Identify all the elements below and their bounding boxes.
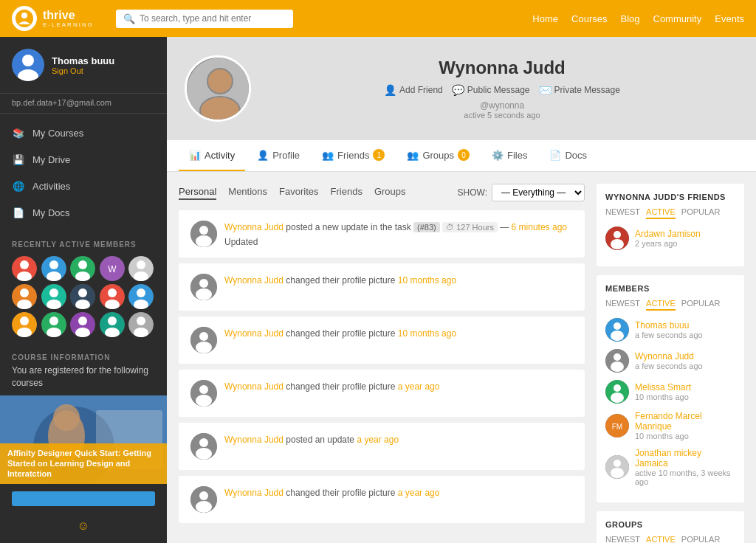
activity-text: Wynonna Judd changed their profile pictu… <box>224 327 573 340</box>
show-label: SHOW: <box>458 187 487 198</box>
time-link[interactable]: 6 minutes ago <box>512 222 567 232</box>
time-link[interactable]: 10 months ago <box>398 328 456 339</box>
activity-user-link[interactable]: Wynonna Judd <box>224 435 284 445</box>
friends-tab-newest[interactable]: NEWEST <box>605 207 640 219</box>
friends-section: WYNONNA JUDD'S FRIENDS NEWEST ACTIVE POP… <box>597 184 744 266</box>
time-link[interactable]: a year ago <box>357 435 399 445</box>
member-thumb[interactable] <box>70 256 95 281</box>
tab-profile[interactable]: 👤 Profile <box>247 141 310 171</box>
logo-brand: thrive <box>43 10 94 21</box>
doc-icon: 📄 <box>12 206 25 219</box>
member-thumb[interactable] <box>100 312 125 337</box>
sub-tab-favorites[interactable]: Favorites <box>279 186 318 200</box>
friends-tab-active[interactable]: ACTIVE <box>646 207 676 219</box>
sidebar-item-activities[interactable]: 🌐 Activities <box>0 173 167 199</box>
nav-home[interactable]: Home <box>532 13 558 24</box>
groups-tab-popular[interactable]: POPULAR <box>681 535 721 543</box>
public-message-btn[interactable]: 💬 Public Message <box>452 84 530 96</box>
member-thumb[interactable] <box>70 312 95 337</box>
svg-point-3 <box>22 55 34 66</box>
groups-tab-newest[interactable]: NEWEST <box>605 535 640 543</box>
member-thumb[interactable] <box>41 312 66 337</box>
sidebar-item-my-drive[interactable]: 💾 My Drive <box>0 146 167 173</box>
svg-point-69 <box>199 385 208 394</box>
svg-point-85 <box>611 362 624 372</box>
member-time: 10 months ago <box>635 392 691 401</box>
member-name[interactable]: Wynonna Judd <box>635 351 703 362</box>
sign-out-link[interactable]: Sign Out <box>52 66 114 75</box>
sidebar-item-my-courses[interactable]: 📚 My Courses <box>0 120 167 146</box>
sidebar-item-label: My Courses <box>32 128 83 139</box>
activity-text: Wynonna Judd changed their profile pictu… <box>224 274 573 287</box>
activity-user-link[interactable]: Wynonna Judd <box>224 328 284 339</box>
tab-files[interactable]: ⚙️ Files <box>481 141 537 171</box>
member-thumb[interactable] <box>12 284 37 309</box>
friend-name[interactable]: Ardawn Jamison <box>635 229 701 239</box>
logo[interactable]: thrive E-LEARNING <box>12 6 109 31</box>
tab-friends[interactable]: 👥 Friends 1 <box>312 140 395 171</box>
member-thumb[interactable] <box>128 256 154 281</box>
sidebar-action-button[interactable] <box>12 491 155 506</box>
svg-point-64 <box>196 288 212 300</box>
member-name[interactable]: Jonathan mickey Jamaica <box>635 448 735 468</box>
nav-events[interactable]: Events <box>715 13 744 24</box>
member-thumb[interactable] <box>128 284 154 309</box>
sidebar-item-label: Activities <box>32 181 70 192</box>
activity-user-link[interactable]: Wynonna Judd <box>224 381 284 392</box>
member-thumb[interactable] <box>12 256 37 281</box>
activity-user-link[interactable]: Wynonna Judd <box>224 275 284 286</box>
time-link[interactable]: a year ago <box>398 488 440 498</box>
add-friend-btn[interactable]: 👤 Add Friend <box>384 84 443 96</box>
member-thumb[interactable] <box>12 312 37 337</box>
public-message-label: Public Message <box>467 85 530 95</box>
member-thumb[interactable] <box>41 284 66 309</box>
members-tab-popular[interactable]: POPULAR <box>681 299 721 311</box>
sub-tab-groups[interactable]: Groups <box>374 186 406 200</box>
member-name[interactable]: Thomas buuu <box>635 320 703 331</box>
tab-groups[interactable]: 👥 Groups 0 <box>396 140 480 171</box>
friend-avatar <box>605 226 629 250</box>
activity-text: Wynonna Judd changed their profile pictu… <box>224 380 573 393</box>
sidebar-item-my-docs[interactable]: 📄 My Docs <box>0 199 167 226</box>
activity-user-link[interactable]: Wynonna Judd <box>224 222 284 232</box>
members-tab-newest[interactable]: NEWEST <box>605 299 640 311</box>
member-item: FM Fernando Marcel Manrique 10 months ag… <box>605 411 735 440</box>
svg-point-75 <box>199 491 208 500</box>
member-name[interactable]: Fernando Marcel Manrique <box>635 411 735 432</box>
svg-text:W: W <box>108 264 117 274</box>
friends-tab-popular[interactable]: POPULAR <box>681 207 721 219</box>
search-input[interactable] <box>140 13 286 24</box>
member-name[interactable]: Melissa Smart <box>635 382 691 392</box>
sub-tab-personal[interactable]: Personal <box>179 186 216 200</box>
show-select[interactable]: — Everything — <box>492 184 585 201</box>
course-image[interactable]: Affinity Designer Quick Start: Getting S… <box>0 395 167 484</box>
activity-user-link[interactable]: Wynonna Judd <box>224 488 284 498</box>
sidebar-footer[interactable]: ☺ <box>0 513 167 539</box>
groups-tab-active[interactable]: ACTIVE <box>646 535 676 543</box>
member-thumb[interactable] <box>41 256 66 281</box>
member-thumb[interactable] <box>100 284 125 309</box>
svg-point-66 <box>199 332 208 341</box>
nav-community[interactable]: Community <box>653 13 702 24</box>
member-item: Melissa Smart 10 months ago <box>605 380 735 404</box>
tab-docs[interactable]: 📄 Docs <box>539 141 597 171</box>
friends-tabs: NEWEST ACTIVE POPULAR <box>605 207 735 219</box>
member-thumb[interactable] <box>128 312 154 337</box>
time-link[interactable]: 10 months ago <box>398 275 456 286</box>
time-link[interactable]: a year ago <box>398 381 440 392</box>
member-thumb[interactable] <box>70 284 95 309</box>
search-bar[interactable]: 🔍 <box>116 10 293 28</box>
nav-blog[interactable]: Blog <box>620 13 639 24</box>
sub-tab-friends[interactable]: Friends <box>331 186 362 200</box>
nav-courses[interactable]: Courses <box>571 13 607 24</box>
member-thumb[interactable]: W <box>100 256 125 281</box>
sidebar-menu: 📚 My Courses 💾 My Drive 🌐 Activities 📄 M… <box>0 114 167 232</box>
members-tab-active[interactable]: ACTIVE <box>646 299 676 311</box>
profile-header: Wynonna Judd 👤 Add Friend 💬 Public Messa… <box>167 37 756 140</box>
tab-activity[interactable]: 📊 Activity <box>179 141 245 171</box>
sidebar-item-label: My Drive <box>32 154 70 165</box>
sub-tab-mentions[interactable]: Mentions <box>228 186 267 200</box>
activity-avatar <box>190 486 217 513</box>
activity-avatar <box>190 327 217 353</box>
private-message-btn[interactable]: ✉️ Private Message <box>539 84 620 96</box>
